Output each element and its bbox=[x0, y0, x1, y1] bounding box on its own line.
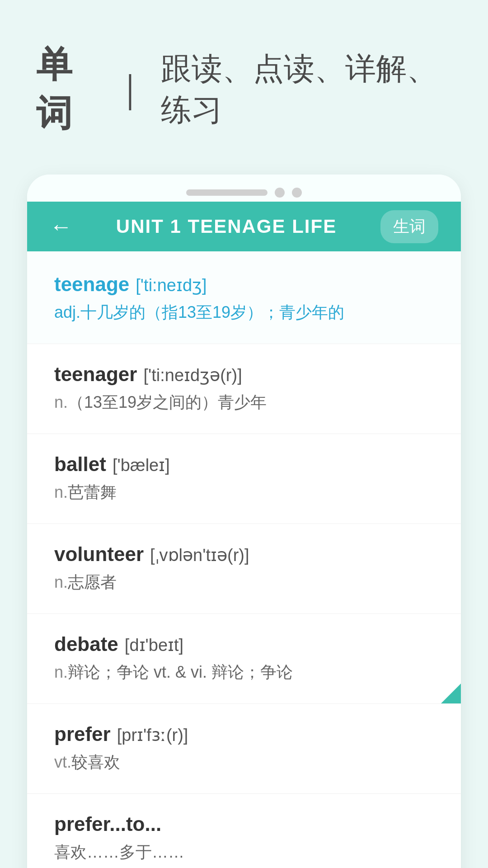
word-item[interactable]: teenager ['ti:neɪdʒə(r)] n.（13至19岁之间的）青少… bbox=[27, 344, 461, 434]
word-pos: n. bbox=[54, 573, 68, 591]
word-text: teenage bbox=[54, 273, 129, 296]
word-definition: n.（13至19岁之间的）青少年 bbox=[54, 390, 434, 415]
word-text: volunteer bbox=[54, 543, 144, 566]
phone-notch bbox=[27, 175, 461, 202]
title-divider: ｜ bbox=[112, 65, 147, 114]
word-english: teenager ['ti:neɪdʒə(r)] bbox=[54, 363, 434, 386]
app-header: ← UNIT 1 TEENAGE LIFE 生词 bbox=[27, 202, 461, 251]
word-text: prefer bbox=[54, 723, 111, 745]
back-button[interactable]: ← bbox=[50, 213, 72, 240]
word-pos: n. bbox=[54, 483, 68, 501]
word-english: volunteer [ˌvɒlən'tɪə(r)] bbox=[54, 543, 434, 566]
word-item[interactable]: debate [dɪ'beɪt] n.辩论；争论 vt. & vi. 辩论；争论 bbox=[27, 614, 461, 704]
word-english: debate [dɪ'beɪt] bbox=[54, 633, 434, 656]
word-text: ballet bbox=[54, 453, 106, 476]
word-pos: adj. bbox=[54, 303, 80, 321]
word-list: teenage ['ti:neɪdʒ] adj.十几岁的（指13至19岁）；青少… bbox=[27, 251, 461, 868]
phone-container: ← UNIT 1 TEENAGE LIFE 生词 teenage ['ti:ne… bbox=[27, 175, 461, 868]
word-text: debate bbox=[54, 633, 118, 656]
word-item[interactable]: teenage ['ti:neɪdʒ] adj.十几岁的（指13至19岁）；青少… bbox=[27, 251, 461, 344]
title-main: 单词 bbox=[36, 41, 99, 138]
word-phonetic: ['ti:neɪdʒ] bbox=[136, 275, 206, 295]
word-definition: n.辩论；争论 vt. & vi. 辩论；争论 bbox=[54, 660, 434, 684]
word-text: prefer...to... bbox=[54, 813, 161, 835]
word-english: ballet ['bæleɪ] bbox=[54, 453, 434, 476]
page-title: 单词 ｜ 跟读、点读、详解、练习 bbox=[36, 41, 452, 138]
page-header: 单词 ｜ 跟读、点读、详解、练习 bbox=[0, 0, 488, 165]
notch-bar bbox=[186, 189, 267, 196]
word-english: prefer...to... bbox=[54, 813, 434, 835]
word-definition: 喜欢……多于…… bbox=[54, 840, 434, 864]
word-english: teenage ['ti:neɪdʒ] bbox=[54, 273, 434, 296]
word-item[interactable]: ballet ['bæleɪ] n.芭蕾舞 bbox=[27, 434, 461, 524]
word-item[interactable]: prefer...to... 喜欢……多于…… bbox=[27, 794, 461, 868]
word-pos: n. bbox=[54, 663, 68, 681]
play-triangle[interactable] bbox=[441, 684, 461, 703]
notch-dot-1 bbox=[275, 188, 285, 198]
word-definition: adj.十几岁的（指13至19岁）；青少年的 bbox=[54, 300, 434, 325]
page-subtitle: 跟读、点读、详解、练习 bbox=[161, 48, 452, 131]
word-english: prefer [prɪ'fɜː(r)] bbox=[54, 723, 434, 745]
word-pos: n. bbox=[54, 393, 68, 411]
word-definition: vt.较喜欢 bbox=[54, 750, 434, 774]
word-item[interactable]: prefer [prɪ'fɜː(r)] vt.较喜欢 bbox=[27, 704, 461, 794]
word-pos: vt. bbox=[54, 753, 71, 771]
word-phonetic: [ˌvɒlən'tɪə(r)] bbox=[150, 545, 249, 565]
word-definition: n.志愿者 bbox=[54, 570, 434, 594]
vocab-button[interactable]: 生词 bbox=[380, 210, 438, 243]
word-phonetic: ['ti:neɪdʒə(r)] bbox=[143, 365, 242, 385]
word-definition: n.芭蕾舞 bbox=[54, 480, 434, 505]
word-item[interactable]: volunteer [ˌvɒlən'tɪə(r)] n.志愿者 bbox=[27, 524, 461, 614]
header-title: UNIT 1 TEENAGE LIFE bbox=[116, 216, 337, 237]
word-phonetic: ['bæleɪ] bbox=[113, 455, 170, 475]
word-phonetic: [dɪ'beɪt] bbox=[125, 635, 183, 655]
word-phonetic: [prɪ'fɜː(r)] bbox=[117, 725, 188, 745]
word-text: teenager bbox=[54, 363, 137, 386]
notch-dot-2 bbox=[292, 188, 302, 198]
